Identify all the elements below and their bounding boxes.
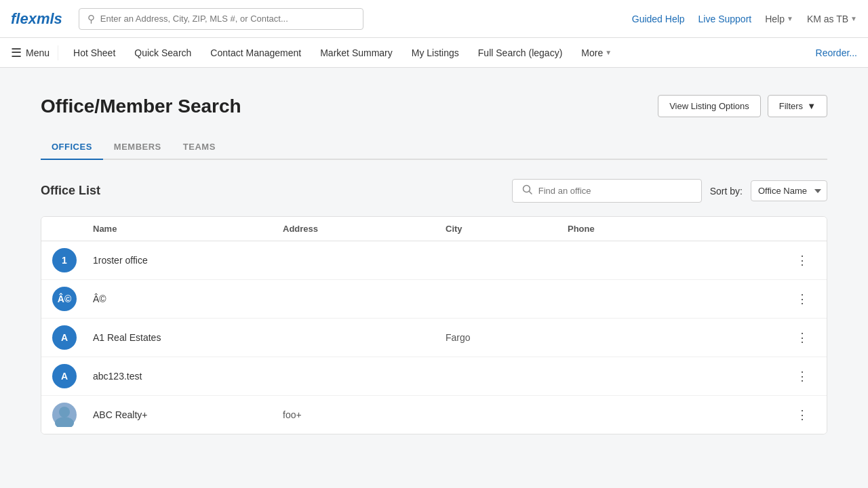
page-title: Office/Member Search [41, 96, 241, 117]
office-table: Name Address City Phone 1 1roster office… [41, 216, 827, 434]
page-header: Office/Member Search View Listing Option… [41, 95, 827, 117]
user-button[interactable]: KM as TB ▼ [807, 14, 857, 24]
office-address: foo+ [283, 409, 446, 420]
table-row: 1 1roster office ⋮ [41, 241, 827, 280]
user-chevron-icon: ▼ [850, 15, 857, 22]
col-name: Name [93, 224, 283, 234]
office-search-input[interactable] [538, 186, 692, 196]
avatar [52, 403, 77, 427]
tabs: OFFICES MEMBERS TEAMS [41, 136, 827, 160]
nav-contact-management[interactable]: Contact Management [201, 38, 311, 68]
filters-button[interactable]: Filters ▼ [768, 95, 827, 117]
reorder-link[interactable]: Reorder... [816, 47, 857, 58]
hamburger-icon: ☰ [11, 45, 22, 60]
sort-label: Sort by: [710, 186, 743, 197]
svg-point-3 [55, 417, 74, 427]
office-name: Â© [93, 293, 283, 304]
table-row: Â© Â© ⋮ [41, 280, 827, 319]
svg-line-1 [529, 192, 532, 195]
help-button[interactable]: Help ▼ [765, 14, 793, 24]
sort-select[interactable]: Office Name City Phone [751, 180, 827, 201]
nav-full-search[interactable]: Full Search (legacy) [469, 38, 572, 68]
avatar: Â© [52, 287, 77, 311]
tab-teams[interactable]: TEAMS [172, 136, 226, 159]
office-search[interactable] [512, 179, 702, 203]
table-row: A abc123.test ⋮ [41, 357, 827, 396]
avatar: A [52, 364, 77, 388]
nav-market-summary[interactable]: Market Summary [311, 38, 402, 68]
col-phone: Phone [568, 224, 789, 234]
live-support-link[interactable]: Live Support [698, 14, 752, 24]
guided-help-link[interactable]: Guided Help [632, 14, 685, 24]
office-list-header: Office List Sort by: Office Name City Ph… [41, 179, 827, 203]
table-row: A A1 Real Estates Fargo ⋮ [41, 319, 827, 357]
row-menu-button[interactable]: ⋮ [789, 405, 816, 425]
top-bar: flexmls ⚲ Guided Help Live Support Help … [0, 0, 868, 38]
nav-my-listings[interactable]: My Listings [402, 38, 469, 68]
office-name: 1roster office [93, 255, 283, 266]
list-controls: Sort by: Office Name City Phone [512, 179, 827, 203]
tab-members[interactable]: MEMBERS [103, 136, 172, 159]
table-row: ABC Realty+ foo+ ⋮ [41, 396, 827, 434]
nav-hot-sheet[interactable]: Hot Sheet [64, 38, 125, 68]
tab-offices[interactable]: OFFICES [41, 136, 103, 160]
row-menu-button[interactable]: ⋮ [789, 327, 816, 348]
row-menu-button[interactable]: ⋮ [789, 289, 816, 309]
global-search[interactable]: ⚲ [79, 8, 363, 30]
view-listing-options-button[interactable]: View Listing Options [658, 95, 761, 117]
nav-quick-search[interactable]: Quick Search [125, 38, 201, 68]
office-name: ABC Realty+ [93, 409, 283, 420]
office-list-title: Office List [41, 184, 100, 198]
nav-bar: ☰ Menu Hot Sheet Quick Search Contact Ma… [0, 38, 868, 68]
main-content: Office/Member Search View Listing Option… [0, 68, 868, 462]
row-menu-button[interactable]: ⋮ [789, 250, 816, 270]
page-actions: View Listing Options Filters ▼ [658, 95, 827, 117]
top-bar-right: Guided Help Live Support Help ▼ KM as TB… [632, 14, 857, 24]
office-search-icon [522, 184, 533, 197]
filters-chevron-icon: ▼ [807, 101, 816, 111]
col-address: Address [283, 224, 446, 234]
office-name: abc123.test [93, 371, 283, 382]
nav-more-button[interactable]: More ▼ [572, 38, 621, 68]
help-chevron-icon: ▼ [787, 15, 793, 22]
avatar: 1 [52, 248, 77, 272]
office-city: Fargo [446, 332, 568, 343]
logo: flexmls [11, 10, 62, 28]
global-search-input[interactable] [100, 14, 355, 24]
more-chevron-icon: ▼ [605, 49, 612, 56]
menu-button[interactable]: ☰ Menu [11, 45, 58, 60]
avatar-photo-icon [52, 403, 77, 427]
col-city: City [446, 224, 568, 234]
office-name: A1 Real Estates [93, 332, 283, 343]
avatar: A [52, 325, 77, 350]
row-menu-button[interactable]: ⋮ [789, 366, 816, 386]
search-icon: ⚲ [87, 13, 95, 25]
table-header: Name Address City Phone [41, 217, 827, 241]
svg-point-2 [59, 407, 70, 418]
